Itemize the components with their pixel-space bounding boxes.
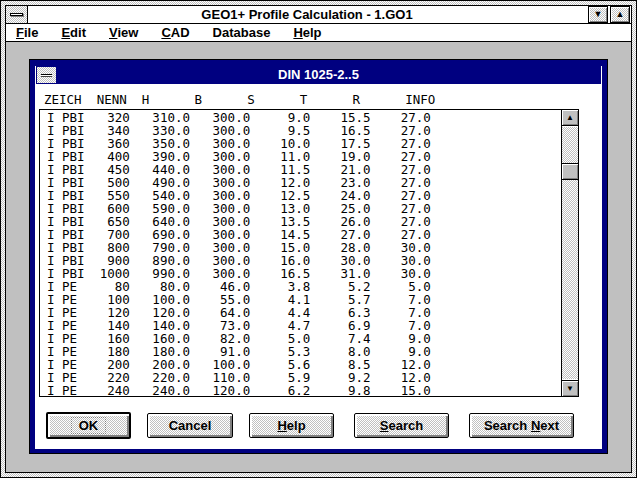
button-label: Cancel — [169, 418, 212, 433]
dialog-control-menu-icon — [41, 74, 52, 77]
titlebar-buttons: ▼ ▲ — [586, 6, 631, 23]
search-next-button[interactable]: Search Next — [469, 413, 574, 438]
control-menu-button[interactable] — [6, 6, 28, 23]
help-button[interactable]: Help — [249, 413, 334, 438]
button-label: Search Next — [484, 418, 559, 433]
menu-item-edit[interactable]: Edit — [61, 25, 86, 40]
maximize-button[interactable]: ▲ — [610, 6, 630, 23]
menu-item-help[interactable]: Help — [293, 25, 321, 40]
menu-item-database[interactable]: Database — [213, 25, 271, 40]
menubar: FileEditViewCADDatabaseHelp — [6, 24, 631, 42]
search-button[interactable]: Search — [354, 413, 449, 438]
menu-item-cad[interactable]: CAD — [161, 25, 189, 40]
window-titlebar[interactable]: GEO1+ Profile Calculation - 1.GO1 ▼ ▲ — [6, 6, 631, 24]
scroll-down-icon: ▼ — [566, 385, 574, 393]
vertical-scrollbar: ▲ ▼ — [561, 110, 578, 396]
menu-item-file[interactable]: File — [16, 25, 38, 40]
list-row[interactable]: I PE 240 240.0 120.0 6.2 9.8 15.0 — [47, 384, 578, 397]
dialog-control-menu-button[interactable] — [37, 67, 56, 83]
scroll-up-icon: ▲ — [566, 114, 574, 122]
screen: GEO1+ Profile Calculation - 1.GO1 ▼ ▲ Fi… — [0, 0, 637, 478]
profile-listbox: I PBI 320 310.0 300.0 9.0 15.5 27.0I PBI… — [39, 109, 579, 397]
dialog-title: DIN 1025-2..5 — [57, 66, 580, 84]
dialog-button-row: OKCancelHelpSearchSearch Next — [46, 413, 602, 439]
menu-item-view[interactable]: View — [109, 25, 138, 40]
column-headers: ZEICH NENN H B S T R INFO — [44, 93, 602, 106]
scrollbar-track[interactable] — [562, 127, 578, 379]
window-title: GEO1+ Profile Calculation - 1.GO1 — [28, 6, 586, 23]
minimize-button[interactable]: ▼ — [588, 6, 608, 23]
button-label: Search — [380, 418, 423, 433]
button-label: Help — [277, 418, 305, 433]
dialog-titlebar-spacer — [580, 66, 601, 84]
scroll-down-button[interactable]: ▼ — [562, 380, 578, 396]
scroll-up-button[interactable]: ▲ — [562, 110, 578, 126]
ok-button[interactable]: OK — [46, 412, 131, 439]
client-area: DIN 1025-2..5 ZEICH NENN H B S T R INFO … — [6, 42, 631, 472]
cancel-button[interactable]: Cancel — [147, 413, 233, 438]
main-window: GEO1+ Profile Calculation - 1.GO1 ▼ ▲ Fi… — [5, 5, 632, 473]
profile-dialog: DIN 1025-2..5 ZEICH NENN H B S T R INFO … — [29, 59, 608, 454]
dialog-content: DIN 1025-2..5 ZEICH NENN H B S T R INFO … — [35, 66, 602, 449]
maximize-icon: ▲ — [616, 10, 625, 19]
scrollbar-thumb[interactable] — [562, 163, 578, 180]
listbox-rows: I PBI 320 310.0 300.0 9.0 15.5 27.0I PBI… — [40, 110, 578, 397]
minimize-icon: ▼ — [594, 10, 603, 19]
dialog-titlebar[interactable]: DIN 1025-2..5 — [36, 66, 601, 84]
button-label: OK — [71, 417, 107, 434]
control-menu-icon — [10, 13, 23, 16]
